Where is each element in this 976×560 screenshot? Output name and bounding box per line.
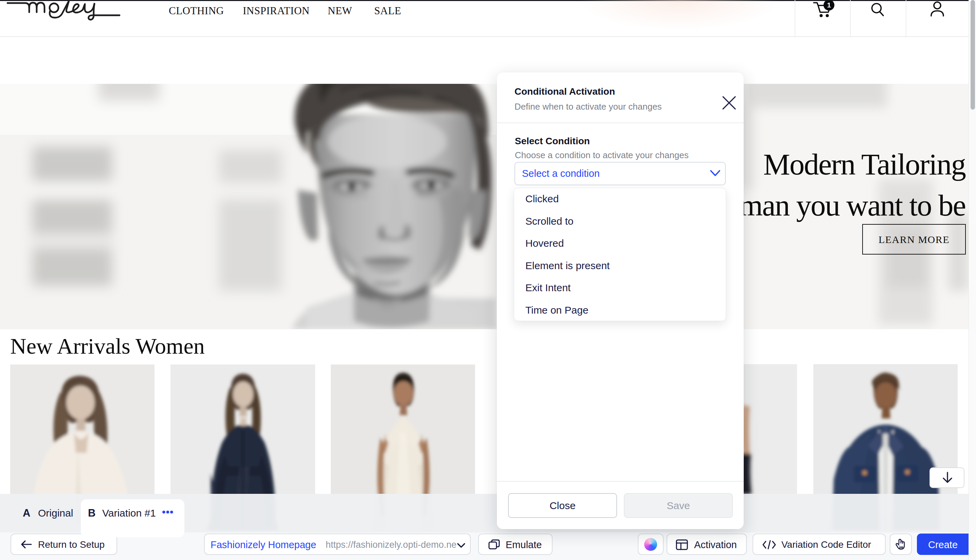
svg-text:1: 1 [827, 1, 831, 9]
